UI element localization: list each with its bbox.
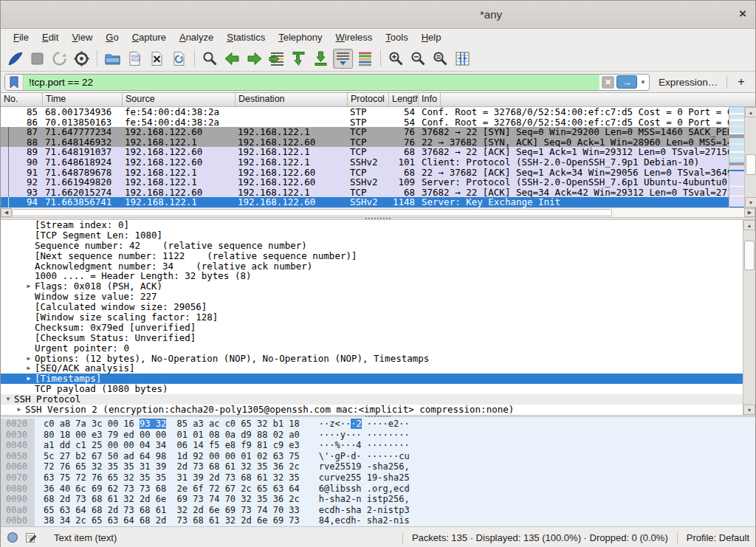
auto-scroll-icon[interactable] <box>333 49 353 69</box>
close-icon[interactable]: × <box>739 7 746 21</box>
colorize-icon[interactable] <box>355 49 375 69</box>
go-last-packet-icon[interactable] <box>311 49 331 69</box>
detail-line[interactable]: Urgent pointer: 0 <box>1 343 743 354</box>
menu-item-view[interactable]: View <box>65 30 99 45</box>
go-first-packet-icon[interactable] <box>289 49 309 69</box>
menu-item-file[interactable]: File <box>7 30 35 45</box>
packet-row[interactable]: 9371.662015274192.168.122.60192.168.122.… <box>1 188 729 198</box>
open-file-icon[interactable] <box>103 49 123 69</box>
hex-bytes[interactable]: 72 76 65 32 35 35 31 39 2d 73 68 61 32 3… <box>44 461 300 472</box>
hex-bytes[interactable]: a1 dd c1 25 00 00 04 34 06 14 f5 e8 f9 8… <box>44 440 300 451</box>
column-header-length[interactable]: Length <box>389 93 419 106</box>
menu-item-go[interactable]: Go <box>99 30 125 45</box>
hex-ascii[interactable]: ····y··· ········ <box>319 430 410 441</box>
close-file-icon[interactable] <box>147 49 167 69</box>
hex-bytes[interactable]: 5c 27 b2 67 50 ad 64 98 1d 92 00 00 01 0… <box>44 451 300 462</box>
detail-line[interactable]: ▶[Timestamps] <box>1 374 743 384</box>
packet-list-vscrollbar[interactable]: ▲ ▼ <box>744 107 756 207</box>
go-back-icon[interactable] <box>222 49 242 69</box>
menu-item-edit[interactable]: Edit <box>35 30 65 45</box>
packet-row[interactable]: 8871.648146932192.168.122.1192.168.122.6… <box>1 137 729 148</box>
filter-apply-icon[interactable]: → <box>616 75 637 89</box>
menu-item-statistics[interactable]: Statistics <box>220 30 272 45</box>
hex-ascii[interactable]: curve255 19-sha25 <box>319 472 410 484</box>
hex-ascii[interactable]: 6@libssh .org,ecd <box>319 484 410 495</box>
go-to-packet-icon[interactable] <box>267 49 286 69</box>
detail-line[interactable]: [Calculated window size: 29056] <box>1 302 743 312</box>
expand-down-icon[interactable]: ▼ <box>2 394 14 405</box>
hex-bytes[interactable]: 38 34 2c 65 63 64 68 2d 73 68 61 32 2d 6… <box>44 515 300 526</box>
hex-row[interactable]: 00505c 27 b2 67 50 ad 64 98 1d 92 00 00 … <box>1 451 755 462</box>
intelligent-scrollbar-minimap[interactable] <box>729 107 744 207</box>
hex-bytes[interactable]: 63 75 72 76 65 32 35 35 31 39 2d 73 68 6… <box>44 472 300 484</box>
hex-row[interactable]: 008036 40 6c 69 62 73 73 68 2e 6f 72 67 … <box>1 484 755 495</box>
detail-line[interactable]: 1000 .... = Header Length: 32 bytes (8) <box>1 271 743 281</box>
detail-line[interactable]: ▶[SEQ/ACK analysis] <box>1 363 743 374</box>
menu-item-help[interactable]: Help <box>415 30 448 45</box>
scroll-left-icon[interactable]: ◀ <box>1 208 12 217</box>
hex-row[interactable]: 0020c0 a8 7a 3c 00 16 93 32 85 a3 ac c0 … <box>1 419 755 430</box>
scroll-up-icon[interactable]: ▲ <box>745 107 756 117</box>
expression-button[interactable]: Expression… <box>650 77 726 88</box>
packet-row[interactable]: 9471.663856741192.168.122.1192.168.122.6… <box>1 197 729 207</box>
zoom-out-icon[interactable] <box>408 49 428 69</box>
scroll-track[interactable] <box>12 208 744 217</box>
packet-list-hscrollbar[interactable]: ◀ ▶ <box>1 207 755 217</box>
detail-line[interactable]: ▶Options: (12 bytes), No-Operation (NOP)… <box>1 354 743 364</box>
display-filter-input[interactable] <box>24 75 599 90</box>
hex-ascii[interactable]: rve25519 -sha256, <box>319 461 410 472</box>
restart-capture-icon[interactable] <box>49 49 69 69</box>
detail-line[interactable]: Sequence number: 42 (relative sequence n… <box>1 241 743 251</box>
detail-line[interactable]: [Checksum Status: Unverified] <box>1 333 743 343</box>
scroll-track[interactable] <box>743 230 755 405</box>
hex-bytes[interactable]: 65 63 64 68 2d 73 68 61 32 2d 6e 69 73 7… <box>44 505 300 516</box>
menu-item-tools[interactable]: Tools <box>379 30 414 45</box>
detail-line[interactable]: [TCP Segment Len: 1080] <box>1 230 743 241</box>
hex-ascii[interactable]: h-sha2-n istp256, <box>319 494 410 505</box>
capture-comment-icon[interactable] <box>25 531 37 543</box>
menu-item-telephony[interactable]: Telephony <box>272 30 329 45</box>
scroll-thumb[interactable] <box>744 241 755 270</box>
scroll-right-icon[interactable]: ▶ <box>744 208 755 217</box>
packet-row[interactable]: 9271.661949820192.168.122.1192.168.122.6… <box>1 177 729 188</box>
hex-ascii[interactable]: ···%···4 ········ <box>319 440 410 451</box>
menu-item-wireless[interactable]: Wireless <box>329 30 379 45</box>
filter-bookmark-icon[interactable] <box>5 75 24 90</box>
stop-capture-icon[interactable] <box>27 49 47 69</box>
hex-bytes[interactable]: 36 40 6c 69 62 73 73 68 2e 6f 72 67 2c 6… <box>44 484 300 495</box>
hex-row[interactable]: 007063 75 72 76 65 32 35 35 31 39 2d 73 … <box>1 472 755 484</box>
column-header-source[interactable]: Source <box>123 93 236 106</box>
column-header-time[interactable]: Time <box>43 93 123 106</box>
detail-line[interactable]: Checksum: 0x79ed [unverified] <box>1 323 743 333</box>
expand-right-icon[interactable]: ▶ <box>23 374 35 384</box>
hex-row[interactable]: 00a065 63 64 68 2d 73 68 61 32 2d 6e 69 … <box>1 505 755 516</box>
hex-ascii[interactable]: \'·gP·d· ······cu <box>319 451 410 462</box>
zoom-reset-icon[interactable] <box>430 49 450 69</box>
capture-options-icon[interactable] <box>72 49 92 69</box>
packet-row[interactable]: 9171.648789678192.168.122.1192.168.122.6… <box>1 168 729 178</box>
packet-row[interactable]: 8971.648191037192.168.122.60192.168.122.… <box>1 147 729 157</box>
packet-row[interactable]: 9071.648618924192.168.122.60192.168.122.… <box>1 157 729 168</box>
resize-columns-icon[interactable] <box>453 49 472 69</box>
hex-ascii[interactable]: 84,ecdh- sha2-nis <box>319 515 410 526</box>
scroll-up-icon[interactable]: ▲ <box>743 220 755 230</box>
detail-line[interactable]: Window size value: 227 <box>1 292 743 302</box>
packet-row[interactable]: 8771.647777234192.168.122.60192.168.122.… <box>1 127 729 137</box>
detail-line[interactable]: ▶SSH Version 2 (encryption:chacha20-poly… <box>1 405 743 415</box>
go-forward-icon[interactable] <box>244 49 264 69</box>
scroll-thumb[interactable] <box>746 154 756 175</box>
hex-row[interactable]: 0040a1 dd c1 25 00 00 04 34 06 14 f5 e8 … <box>1 440 755 451</box>
scroll-down-icon[interactable]: ▼ <box>743 405 755 415</box>
profile-text[interactable]: Profile: Default <box>687 532 749 543</box>
reload-file-icon[interactable] <box>169 49 189 69</box>
hex-row[interactable]: 003080 18 00 e3 79 ed 00 00 01 01 08 0a … <box>1 430 755 441</box>
expand-right-icon[interactable]: ▶ <box>13 405 25 415</box>
hex-row[interactable]: 00b038 34 2c 65 63 64 68 2d 73 68 61 32 … <box>1 515 755 526</box>
detail-line[interactable]: Acknowledgment number: 34 (relative ack … <box>1 261 743 272</box>
save-file-icon[interactable]: 01010110 <box>125 49 145 69</box>
zoom-in-icon[interactable] <box>386 49 406 69</box>
filter-dropdown-icon[interactable]: ▼ <box>637 79 649 86</box>
detail-line[interactable]: ▶Flags: 0x018 (PSH, ACK) <box>1 281 743 292</box>
expand-right-icon[interactable]: ▶ <box>23 354 35 364</box>
details-vscrollbar[interactable]: ▲ ▼ <box>743 220 755 415</box>
